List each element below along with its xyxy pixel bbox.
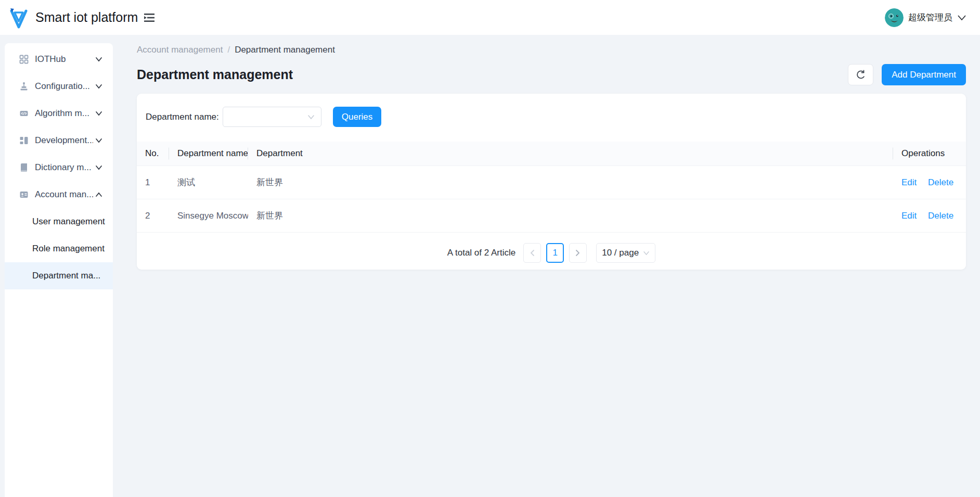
sidebar-subitem-user-management[interactable]: User management	[5, 208, 113, 235]
edit-link[interactable]: Edit	[901, 211, 917, 221]
cell-department: 新世界	[248, 199, 893, 233]
queries-button[interactable]: Queries	[333, 107, 382, 127]
cell-department-name: Sinsegye Moscow	[169, 199, 248, 233]
chevron-down-icon	[95, 57, 102, 62]
chevron-down-icon	[95, 165, 102, 170]
grid-icon	[19, 55, 29, 64]
chevron-down-icon	[95, 84, 102, 89]
user-avatar	[885, 8, 904, 27]
chevron-left-icon	[530, 249, 535, 257]
pagination-next-button[interactable]	[569, 243, 587, 263]
select-chevron-down-icon	[643, 251, 650, 256]
chevron-down-icon	[95, 111, 102, 116]
user-chevron-down-icon	[957, 15, 966, 21]
pagination-prev-button[interactable]	[523, 243, 541, 263]
select-chevron-down-icon	[307, 114, 315, 120]
cell-operations: Edit Delete	[893, 166, 966, 199]
blocks-icon	[19, 136, 29, 145]
config-icon	[19, 82, 29, 91]
edit-link[interactable]: Edit	[901, 177, 917, 187]
collapse-sidebar-icon[interactable]	[143, 11, 156, 24]
app-title: Smart iot platform	[35, 10, 139, 25]
column-header-operations: Operations	[893, 142, 966, 166]
column-header-department-name: Department name	[169, 142, 248, 166]
table-header-row: No. Department name Department Operation…	[137, 142, 966, 166]
sidebar-nav: IOTHub Configuratio... Algorithm m...	[5, 43, 113, 497]
page-title-row: Department management Add Department	[137, 64, 966, 85]
breadcrumb-current: Department management	[235, 45, 335, 55]
page-size-select[interactable]: 10 / page	[596, 243, 655, 263]
cell-no: 2	[137, 199, 169, 233]
sidebar-item-algorithm[interactable]: Algorithm m...	[5, 100, 113, 127]
delete-link[interactable]: Delete	[928, 177, 953, 187]
sidebar-subitem-department-management[interactable]: Department ma...	[5, 262, 113, 289]
add-department-button[interactable]: Add Department	[882, 64, 966, 85]
user-menu[interactable]: 超级管理员	[885, 8, 966, 27]
cell-operations: Edit Delete	[893, 199, 966, 233]
main-content: Account management / Department manageme…	[137, 35, 966, 270]
chevron-up-icon	[95, 192, 102, 197]
user-name: 超级管理员	[908, 11, 952, 23]
page-size-value: 10 / page	[602, 248, 639, 258]
page-title: Department management	[137, 67, 293, 82]
pagination: A total of 2 Article 1 10 / page	[137, 243, 966, 263]
page-actions: Add Department	[848, 64, 966, 85]
chevron-down-icon	[95, 138, 102, 143]
breadcrumb-separator: /	[227, 45, 230, 55]
sidebar-item-dictionary[interactable]: Dictionary m...	[5, 154, 113, 181]
sidebar-item-development[interactable]: Development...	[5, 127, 113, 154]
breadcrumb: Account management / Department manageme…	[137, 45, 966, 55]
delete-link[interactable]: Delete	[928, 211, 953, 221]
department-name-select[interactable]	[223, 107, 321, 127]
sidebar-item-label: Account man...	[35, 189, 93, 200]
department-name-label: Department name:	[146, 112, 219, 122]
top-header: Smart iot platform 超级管理员	[0, 0, 980, 35]
id-card-icon	[19, 190, 29, 199]
cell-no: 1	[137, 166, 169, 199]
column-header-no: No.	[137, 142, 169, 166]
sidebar-item-label: Development...	[35, 135, 93, 146]
table-row: 2 Sinsegye Moscow 新世界 Edit Delete	[137, 199, 966, 233]
pagination-total: A total of 2 Article	[447, 248, 515, 258]
chevron-right-icon	[575, 249, 581, 257]
sidebar-item-configuration[interactable]: Configuratio...	[5, 73, 113, 100]
sidebar-item-iothub[interactable]: IOTHub	[5, 46, 113, 73]
pagination-page-1[interactable]: 1	[546, 243, 564, 263]
refresh-button[interactable]	[848, 64, 873, 85]
content-card: Department name: Queries No. Department …	[137, 94, 966, 270]
sidebar-item-account[interactable]: Account man...	[5, 181, 113, 208]
sidebar-item-label: Configuratio...	[35, 81, 93, 92]
department-table: No. Department name Department Operation…	[137, 142, 966, 233]
sidebar-item-label: Dictionary m...	[35, 162, 93, 173]
sidebar-item-label: IOTHub	[35, 54, 93, 65]
sidebar-item-label: Algorithm m...	[35, 108, 93, 119]
book-icon	[19, 163, 29, 172]
cell-department: 新世界	[248, 166, 893, 199]
filter-row: Department name: Queries	[137, 107, 966, 127]
sidebar-subitem-role-management[interactable]: Role management	[5, 235, 113, 262]
table-row: 1 测试 新世界 Edit Delete	[137, 166, 966, 199]
app-logo-icon	[7, 6, 30, 29]
code-icon	[19, 109, 29, 118]
breadcrumb-parent[interactable]: Account management	[137, 45, 223, 55]
refresh-icon	[856, 70, 866, 80]
cell-department-name: 测试	[169, 166, 248, 199]
column-header-department: Department	[248, 142, 893, 166]
